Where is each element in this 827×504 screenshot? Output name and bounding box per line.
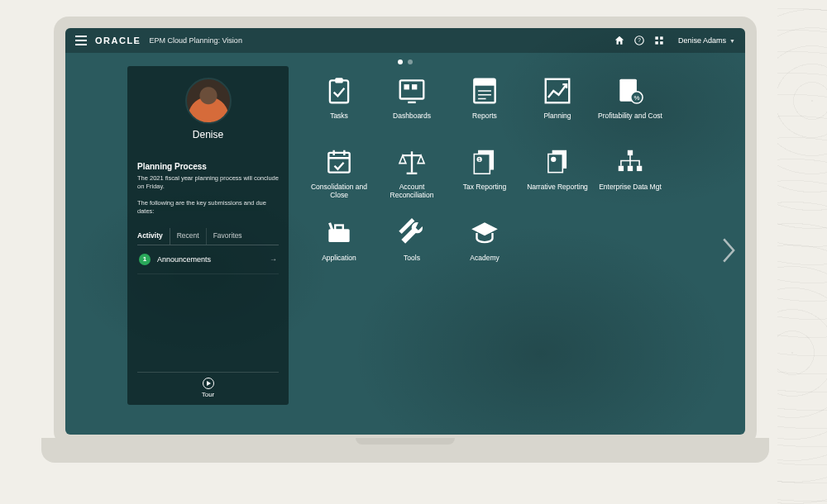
tab-favorites[interactable]: Favorites bbox=[213, 228, 249, 245]
user-menu[interactable]: Denise Adams ▼ bbox=[678, 36, 735, 45]
card-label: Tools bbox=[404, 254, 420, 263]
chevron-down-icon: ▼ bbox=[729, 38, 735, 44]
svg-rect-21 bbox=[328, 153, 349, 173]
pager-dot-2[interactable] bbox=[408, 59, 413, 64]
svg-rect-8 bbox=[400, 80, 424, 98]
svg-rect-5 bbox=[660, 41, 663, 45]
tour-label[interactable]: Tour bbox=[137, 391, 279, 398]
card-academy[interactable]: Academy bbox=[449, 215, 520, 283]
svg-text:?: ? bbox=[638, 37, 641, 43]
card-label: Reports bbox=[472, 112, 497, 121]
product-name: EPM Cloud Planning: Vision bbox=[149, 36, 241, 45]
announcement-line-1: The 2021 fiscal year planning process wi… bbox=[137, 174, 279, 191]
narrative-documents-icon bbox=[541, 145, 574, 178]
svg-rect-4 bbox=[655, 41, 658, 45]
svg-rect-27 bbox=[407, 173, 418, 174]
play-icon[interactable] bbox=[203, 378, 214, 389]
side-panel: Denise Planning Process The 2021 fiscal … bbox=[127, 66, 289, 405]
card-label: Enterprise Data Mgt bbox=[599, 183, 662, 192]
card-label: Narrative Reporting bbox=[527, 183, 588, 192]
svg-rect-37 bbox=[628, 166, 633, 171]
svg-rect-29 bbox=[474, 155, 490, 174]
svg-rect-40 bbox=[335, 226, 343, 231]
svg-text:$: $ bbox=[478, 158, 480, 162]
svg-rect-38 bbox=[637, 166, 642, 171]
card-profitability[interactable]: % Profitability and Cost bbox=[595, 73, 666, 140]
clipboard-check-icon bbox=[323, 74, 356, 107]
card-dashboards[interactable]: Dashboards bbox=[376, 73, 447, 140]
laptop-frame: ORACLE EPM Cloud Planning: Vision ? Deni… bbox=[41, 17, 769, 479]
main-area: Denise Planning Process The 2021 fiscal … bbox=[65, 66, 745, 435]
tab-recent[interactable]: Recent bbox=[177, 228, 207, 245]
laptop-bezel: ORACLE EPM Cloud Planning: Vision ? Deni… bbox=[54, 17, 757, 446]
card-label: Academy bbox=[470, 254, 499, 263]
card-label: Tax Reporting bbox=[463, 183, 506, 192]
panel-tabs: Activity Recent Favorites bbox=[137, 228, 279, 245]
graduation-cap-icon bbox=[468, 216, 501, 250]
svg-rect-2 bbox=[655, 36, 658, 40]
svg-text:%: % bbox=[633, 94, 639, 102]
arrow-right-icon: → bbox=[270, 255, 277, 264]
svg-rect-7 bbox=[335, 78, 343, 83]
laptop-base bbox=[41, 438, 769, 463]
svg-rect-35 bbox=[628, 150, 633, 155]
balance-scale-icon bbox=[395, 145, 428, 178]
card-application[interactable]: Application bbox=[304, 215, 375, 283]
activity-label: Announcements bbox=[157, 255, 211, 264]
profitability-icon: % bbox=[614, 74, 647, 107]
dashboard-icon bbox=[395, 74, 428, 107]
svg-rect-3 bbox=[660, 36, 663, 40]
toolbox-icon bbox=[323, 216, 356, 250]
card-label: Profitability and Cost bbox=[598, 112, 662, 121]
tools-icon bbox=[395, 216, 428, 250]
report-icon bbox=[468, 74, 501, 107]
card-tools[interactable]: Tools bbox=[376, 215, 447, 283]
svg-rect-11 bbox=[408, 102, 416, 103]
card-account-reconciliation[interactable]: Account Reconciliation bbox=[376, 144, 447, 212]
card-label: Account Reconciliation bbox=[379, 183, 445, 200]
user-name: Denise Adams bbox=[678, 36, 726, 45]
top-bar: ORACLE EPM Cloud Planning: Vision ? Deni… bbox=[65, 28, 745, 53]
tab-activity[interactable]: Activity bbox=[137, 228, 170, 245]
card-tasks[interactable]: Tasks bbox=[304, 73, 375, 140]
card-reports[interactable]: Reports bbox=[449, 73, 520, 140]
card-consolidation[interactable]: Consolidation and Close bbox=[304, 144, 375, 212]
card-label: Dashboards bbox=[393, 112, 431, 121]
activity-row-announcements[interactable]: 1 Announcements → bbox=[137, 245, 279, 274]
help-icon[interactable]: ? bbox=[633, 35, 645, 46]
panel-footer: Tour bbox=[137, 372, 279, 400]
svg-rect-36 bbox=[619, 166, 624, 171]
svg-rect-13 bbox=[474, 79, 495, 86]
announcement-line-2: The following are the key submissions an… bbox=[137, 199, 279, 216]
page-indicator bbox=[65, 53, 745, 66]
hierarchy-icon bbox=[614, 145, 647, 178]
panel-username: Denise bbox=[193, 129, 223, 140]
activity-badge: 1 bbox=[139, 254, 151, 265]
svg-rect-9 bbox=[404, 84, 409, 89]
svg-rect-6 bbox=[330, 80, 348, 102]
apps-icon[interactable] bbox=[653, 35, 665, 46]
card-label: Consolidation and Close bbox=[306, 183, 372, 200]
decorative-contour bbox=[777, 0, 827, 504]
avatar bbox=[185, 78, 232, 124]
card-label: Tasks bbox=[330, 112, 348, 121]
announcement-block: Planning Process The 2021 fiscal year pl… bbox=[137, 162, 279, 225]
svg-rect-33 bbox=[548, 155, 562, 173]
next-page-arrow[interactable] bbox=[719, 234, 740, 267]
app-screen: ORACLE EPM Cloud Planning: Vision ? Deni… bbox=[65, 28, 745, 435]
card-tax-reporting[interactable]: $ Tax Reporting bbox=[449, 144, 520, 212]
home-icon[interactable] bbox=[614, 35, 625, 46]
chart-line-icon bbox=[541, 74, 574, 107]
menu-icon[interactable] bbox=[75, 36, 87, 45]
calendar-check-icon bbox=[323, 145, 356, 178]
card-narrative-reporting[interactable]: Narrative Reporting bbox=[522, 144, 593, 212]
cards-grid: Tasks Dashboards Reports bbox=[304, 73, 666, 435]
card-planning[interactable]: Planning bbox=[522, 73, 593, 140]
card-label: Planning bbox=[543, 112, 571, 121]
brand-logo: ORACLE bbox=[95, 36, 141, 45]
tax-documents-icon: $ bbox=[468, 145, 501, 178]
pager-dot-1[interactable] bbox=[398, 59, 403, 64]
card-label: Application bbox=[322, 254, 356, 263]
svg-rect-17 bbox=[546, 79, 570, 103]
card-enterprise-data-mgt[interactable]: Enterprise Data Mgt bbox=[595, 144, 666, 212]
